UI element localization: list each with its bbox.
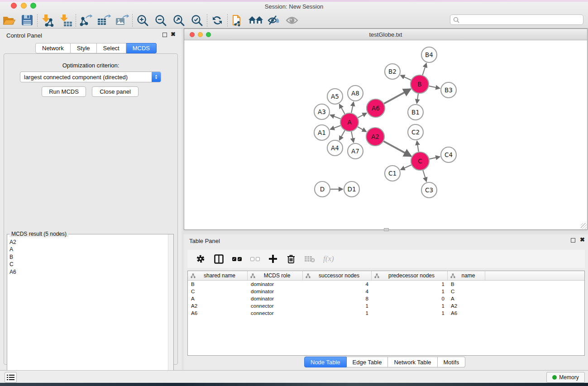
graph-node-A2[interactable]: A2 xyxy=(366,128,384,146)
edge-C-C2[interactable] xyxy=(417,141,419,152)
table-cell[interactable]: 4 xyxy=(303,281,372,287)
column-header-predecessor-nodes[interactable]: predecessor nodes xyxy=(372,271,448,280)
graph-node-C3[interactable]: C3 xyxy=(421,182,437,198)
edge-C-C3[interactable] xyxy=(423,170,426,181)
table-cell[interactable]: C xyxy=(188,289,248,294)
tab-motifs[interactable]: Motifs xyxy=(438,357,466,367)
column-header-shared-name[interactable]: shared name xyxy=(188,271,248,280)
edge-A-A3[interactable] xyxy=(330,115,341,119)
edge-B-B1[interactable] xyxy=(417,94,418,103)
table-cell[interactable]: dominator xyxy=(248,281,303,287)
toggle-panels-icon[interactable] xyxy=(214,254,224,264)
graph-node-B4[interactable]: B4 xyxy=(421,47,437,62)
import-table-button[interactable] xyxy=(57,13,75,28)
criterion-dropdown[interactable]: largest connected component (directed) ▲… xyxy=(20,71,161,82)
show-hide-style-button[interactable] xyxy=(265,13,283,28)
search-input[interactable] xyxy=(459,17,583,23)
zoom-in-button[interactable] xyxy=(134,13,152,28)
home-layout-button[interactable] xyxy=(247,13,265,28)
edge-B-B2[interactable] xyxy=(401,75,411,80)
table-cell[interactable]: A xyxy=(188,296,248,301)
table-cell[interactable]: 1 xyxy=(372,310,448,316)
graph-node-C2[interactable]: C2 xyxy=(408,124,423,140)
graph-node-B2[interactable]: B2 xyxy=(385,64,400,79)
tab-network-table[interactable]: Network Table xyxy=(388,357,437,367)
table-cell[interactable]: 0 xyxy=(372,296,448,301)
create-column-icon[interactable] xyxy=(268,254,278,263)
tab-node-table[interactable]: Node Table xyxy=(304,357,347,367)
table-row[interactable]: Bdominator41B xyxy=(188,281,584,288)
table-cell[interactable]: B xyxy=(188,281,248,287)
tab-edge-table[interactable]: Edge Table xyxy=(347,357,388,367)
tab-mcds[interactable]: MCDS xyxy=(126,43,157,53)
edge-C-C1[interactable] xyxy=(401,165,411,169)
table-cell[interactable]: 1 xyxy=(303,303,372,309)
result-item[interactable]: C xyxy=(10,261,168,268)
graph-node-A8[interactable]: A8 xyxy=(348,86,363,101)
table-row[interactable]: Adominator80A xyxy=(188,295,584,302)
edge-B-B4[interactable] xyxy=(422,63,426,75)
table-cell[interactable]: 4 xyxy=(303,289,372,294)
memory-button[interactable]: Memory xyxy=(546,372,585,383)
refresh-button[interactable] xyxy=(208,13,226,28)
deselect-all-icon[interactable] xyxy=(250,257,260,261)
graph-node-B[interactable]: B xyxy=(411,75,429,93)
table-cell[interactable]: A2 xyxy=(188,303,248,309)
clone-network-button[interactable] xyxy=(229,13,247,28)
table-float-icon[interactable] xyxy=(571,238,575,243)
graph-node-A5[interactable]: A5 xyxy=(327,89,343,104)
graph-node-A7[interactable]: A7 xyxy=(348,143,363,159)
graph-node-A6[interactable]: A6 xyxy=(367,99,385,117)
table-row[interactable]: Cdominator41C xyxy=(188,288,584,295)
table-cell[interactable]: 1 xyxy=(372,289,448,294)
graph-node-D1[interactable]: D1 xyxy=(344,181,359,197)
zoom-out-button[interactable] xyxy=(152,13,170,28)
run-mcds-button[interactable]: Run MCDS xyxy=(42,86,86,97)
graph-node-C1[interactable]: C1 xyxy=(385,166,400,181)
edge-C-C4[interactable] xyxy=(429,157,440,159)
save-session-button[interactable] xyxy=(18,13,36,28)
float-panel-icon[interactable] xyxy=(163,33,167,38)
delete-column-icon[interactable] xyxy=(286,254,296,264)
graph-node-A1[interactable]: A1 xyxy=(314,125,330,140)
open-session-button[interactable] xyxy=(0,13,18,28)
export-image-button[interactable] xyxy=(113,13,131,28)
table-close-icon[interactable]: ✖ xyxy=(580,237,585,243)
edge-A-A1[interactable] xyxy=(330,125,341,129)
close-panel-button[interactable]: Close panel xyxy=(92,86,139,97)
export-table-button[interactable] xyxy=(95,13,113,28)
edge-A-A4[interactable] xyxy=(339,130,345,140)
graph-node-C4[interactable]: C4 xyxy=(441,147,456,162)
close-panel-icon[interactable]: ✖ xyxy=(171,32,176,37)
splitter-handle[interactable] xyxy=(384,228,389,231)
graph-node-A4[interactable]: A4 xyxy=(327,140,343,156)
edge-A2-C[interactable] xyxy=(383,141,411,156)
graph-node-C[interactable]: C xyxy=(411,152,429,170)
edge-A-A5[interactable] xyxy=(339,104,345,114)
edge-A-A6[interactable] xyxy=(358,113,367,118)
table-cell[interactable]: 1 xyxy=(303,310,372,316)
edge-A-A7[interactable] xyxy=(351,132,354,143)
table-cell[interactable]: 1 xyxy=(372,281,448,287)
result-list-scrollbar[interactable] xyxy=(168,234,173,386)
network-graph-canvas[interactable]: B4B2BB3A5A8A6A3B1AA1C2A2A4A7C4CC1C3DD1 xyxy=(184,40,587,229)
table-cell[interactable]: 1 xyxy=(372,303,448,309)
graph-node-B1[interactable]: B1 xyxy=(408,105,423,120)
edge-A6-B[interactable] xyxy=(384,89,410,104)
table-cell[interactable]: dominator xyxy=(248,296,303,301)
result-item[interactable]: A2 xyxy=(10,238,168,246)
table-cell[interactable]: C xyxy=(448,289,485,294)
table-cell[interactable]: 8 xyxy=(303,296,372,301)
tab-network[interactable]: Network xyxy=(35,43,71,53)
table-row[interactable]: A2connector11A2 xyxy=(188,302,584,310)
delete-table-icon[interactable] xyxy=(304,255,315,262)
graph-node-A[interactable]: A xyxy=(340,113,359,131)
zoom-selected-button[interactable] xyxy=(188,13,206,28)
network-window-titlebar[interactable]: testGlobe.txt xyxy=(184,29,587,40)
export-network-button[interactable] xyxy=(77,13,95,28)
table-settings-gear-icon[interactable] xyxy=(196,254,206,264)
column-header-name[interactable]: name xyxy=(448,271,485,280)
zoom-fit-button[interactable] xyxy=(170,13,188,28)
graph-node-A3[interactable]: A3 xyxy=(314,104,330,119)
table-cell[interactable]: dominator xyxy=(248,289,303,294)
